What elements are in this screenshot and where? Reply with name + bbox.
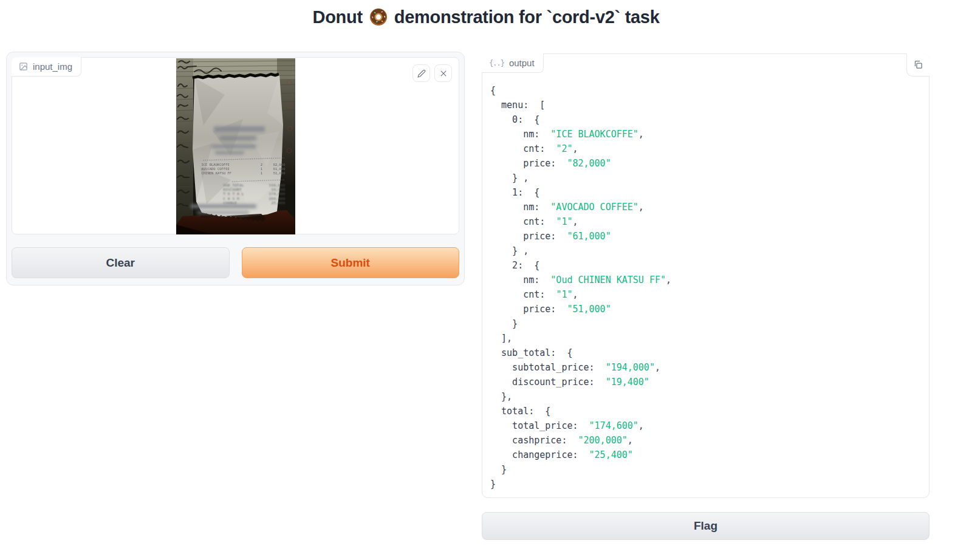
receipt-total-line: T O T A L174,600: [224, 192, 286, 196]
image-toolbar: [412, 64, 452, 82]
input-group: input_img: [6, 52, 465, 285]
json-line: total: {: [490, 404, 921, 418]
json-line: }: [490, 477, 921, 491]
json-line: discount_price: "19,400": [490, 375, 921, 389]
json-line: total_price: "174,600",: [490, 418, 921, 433]
json-line: 1: {: [490, 185, 921, 200]
json-line: },: [490, 389, 921, 404]
receipt-blur-date: [215, 151, 244, 154]
input-img-label-text: input_img: [33, 61, 72, 72]
json-line: cashprice: "200,000",: [490, 433, 921, 448]
json-line: sub_total: {: [490, 346, 921, 360]
json-line: price: "82,000": [490, 156, 921, 171]
receipt-total-line: CHANGE25,400: [224, 201, 286, 205]
receipt-total-line: DISCOUNT19,400: [224, 188, 286, 192]
pencil-icon: [417, 69, 426, 78]
json-line: nm: "ICE BLAOKCOFFE",: [490, 127, 921, 142]
json-line: }: [490, 316, 921, 331]
json-line: }: [490, 462, 921, 477]
receipt-blur-storename: [214, 126, 265, 132]
receipt-photo: ICE BLAOKCOFFE282,000AVOCADO COFFEE161,0…: [176, 58, 295, 234]
json-line: } ,: [490, 244, 921, 258]
copy-button[interactable]: [906, 53, 929, 77]
clear-button[interactable]: Clear: [12, 247, 230, 278]
close-icon: [439, 69, 448, 78]
json-line: price: "61,000": [490, 229, 921, 244]
json-line: changeprice: "25,400": [490, 448, 921, 462]
clear-image-button[interactable]: [434, 64, 452, 82]
json-line: } ,: [490, 171, 921, 185]
donut-icon: [369, 7, 388, 27]
json-line: cnt: "1",: [490, 214, 921, 229]
json-line: price: "51,000": [490, 302, 921, 316]
input-image-component: input_img: [12, 57, 459, 234]
page: Donut demonstration for `cord-v2` task: [0, 0, 972, 560]
json-icon: {..}: [489, 59, 504, 67]
json-line: 2: {: [490, 258, 921, 273]
output-label-text: output: [509, 58, 535, 68]
form-buttons: Clear Submit: [12, 247, 459, 278]
output-label: {..} output: [482, 53, 544, 73]
page-header: Donut demonstration for `cord-v2` task: [0, 4, 972, 30]
output-component: {..} output { menu: [ 0: { nm: "ICE BLAO…: [482, 53, 929, 498]
json-line: cnt: "1",: [490, 287, 921, 302]
receipt-item-line: CHINEN KATSU FF151,000: [202, 171, 286, 176]
json-output: { menu: [ 0: { nm: "ICE BLAOKCOFFE", cnt…: [490, 83, 921, 493]
receipt-total-line: C A S H200,000: [224, 197, 286, 201]
receipt-item-line: AVOCADO COFFEE161,000: [202, 167, 286, 171]
receipt-blur-subtitle: [220, 136, 256, 140]
receipt-blur-address: [211, 145, 256, 148]
json-line: cnt: "2",: [490, 142, 921, 156]
json-line: subtotal_price: "194,000",: [490, 360, 921, 375]
input-img-label: input_img: [12, 57, 81, 77]
json-line: ],: [490, 331, 921, 346]
json-line: {: [490, 83, 921, 98]
json-line: 0: {: [490, 112, 921, 127]
page-title-suffix: demonstration for `cord-v2` task: [394, 7, 660, 27]
edit-image-button[interactable]: [412, 64, 430, 82]
json-line: menu: [: [490, 98, 921, 112]
image-icon: [19, 62, 28, 71]
receipt-total-line: SUB_TOTAL194,000: [224, 183, 286, 188]
page-title-prefix: Donut: [313, 7, 363, 27]
copy-icon: [914, 60, 923, 69]
receipt-blur-footer2: [197, 211, 249, 214]
receipt-total-lines: SUB_TOTAL194,000DISCOUNT19,400T O T A L1…: [224, 183, 286, 205]
json-line: nm: "AVOCADO COFFEE",: [490, 200, 921, 214]
receipt-item-lines: ICE BLAOKCOFFE282,000AVOCADO COFFEE161,0…: [202, 163, 286, 176]
json-line: nm: "Oud CHINEN KATSU FF",: [490, 273, 921, 287]
submit-button[interactable]: Submit: [242, 247, 460, 278]
flag-button[interactable]: Flag: [482, 512, 929, 540]
receipt-item-line: ICE BLAOKCOFFE282,000: [202, 163, 286, 167]
